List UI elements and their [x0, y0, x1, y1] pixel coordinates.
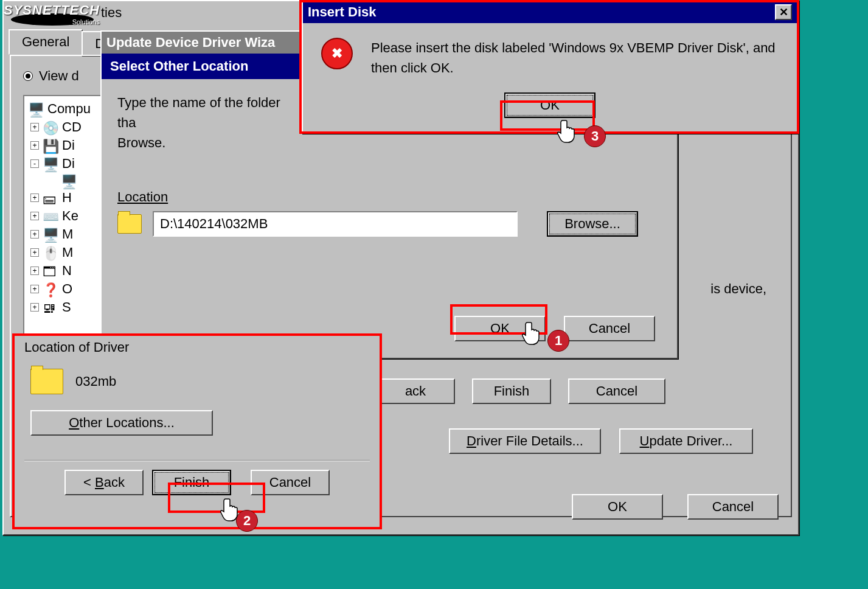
driver-cancel-button[interactable]: Cancel [251, 470, 330, 495]
expand-icon[interactable]: + [30, 212, 39, 220]
tree-label[interactable]: Di [62, 138, 75, 153]
help-icon: ❓ [43, 282, 58, 296]
expand-icon[interactable]: + [30, 267, 39, 275]
tree-label[interactable]: N [62, 263, 72, 279]
insert-disk-titlebar[interactable]: Insert Disk ✕ [303, 1, 797, 23]
driver-file-details-button[interactable]: Driver File Details... [449, 428, 601, 454]
expand-icon[interactable]: - [30, 159, 39, 168]
kbd-icon: ⌨️ [43, 209, 58, 223]
location-label: Location [117, 189, 168, 204]
insert-disk-message: Please insert the disk labeled 'Windows … [371, 38, 779, 78]
tree-label[interactable]: S [62, 299, 71, 315]
expand-icon[interactable]: + [30, 248, 39, 257]
finish-button-bg[interactable]: Finish [472, 378, 551, 404]
tree-label[interactable]: CD [62, 119, 82, 135]
wizard-cancel-button[interactable]: Cancel [564, 316, 655, 341]
hdd-icon: 🖴 [43, 191, 58, 204]
driver-location-title: Location of Driver [24, 340, 370, 355]
expand-icon[interactable]: + [30, 230, 39, 239]
properties-ok-button[interactable]: OK [572, 494, 663, 520]
tree-label[interactable]: Ke [62, 208, 78, 224]
annotation-badge-2: 2 [236, 510, 258, 532]
cancel-button-bg[interactable]: Cancel [568, 378, 665, 404]
view-radio[interactable] [23, 71, 33, 81]
tree-label[interactable]: M [62, 245, 73, 260]
net-icon: 🗔 [43, 264, 58, 277]
annotation-badge-1: 1 [547, 330, 569, 352]
device-text: is device, [710, 281, 766, 297]
annotation-badge-3: 3 [584, 125, 606, 147]
tree-label[interactable]: Di [62, 156, 75, 172]
tab-general[interactable]: General [9, 29, 83, 55]
expand-icon[interactable]: + [30, 193, 39, 202]
tree-label[interactable]: O [62, 281, 72, 297]
tree-label[interactable]: H [62, 190, 72, 206]
display-icon: 🖥️ [61, 174, 77, 187]
driver-finish-button[interactable]: Finish [152, 470, 231, 495]
location-input[interactable] [153, 211, 518, 237]
insert-disk-ok-button[interactable]: OK [504, 92, 595, 118]
driver-back-button[interactable]: < Back [64, 470, 144, 495]
device-tree[interactable]: 🖥️Compu +💿CD+💾Di-🖥️Di🖥️+🖴H+⌨️Ke+🖥️M+🖱️M+… [23, 95, 102, 338]
error-icon: ✖ [321, 38, 353, 69]
disk-icon: 💾 [43, 139, 58, 152]
close-icon[interactable]: ✕ [775, 4, 792, 20]
other-locations-button[interactable]: Other Locations... [30, 410, 213, 436]
computer-icon: 🖥️ [28, 102, 44, 116]
sys-icon: 🖳 [43, 301, 58, 314]
cd-icon: 💿 [43, 120, 58, 134]
insert-disk-dialog: Insert Disk ✕ ✖ Please insert the disk l… [302, 0, 798, 134]
expand-icon[interactable]: + [30, 123, 39, 131]
display-icon: 🖥️ [43, 228, 58, 241]
expand-icon[interactable]: + [30, 141, 39, 150]
display-icon: 🖥️ [43, 157, 58, 170]
driver-folder-name: 032mb [75, 374, 116, 389]
folder-icon [30, 369, 63, 394]
back-button-bg[interactable]: ack [376, 378, 455, 404]
tree-label[interactable]: M [62, 226, 73, 242]
update-driver-button[interactable]: Update Driver... [619, 428, 753, 454]
browse-button[interactable]: Browse... [547, 211, 638, 237]
properties-cancel-button[interactable]: Cancel [687, 494, 779, 520]
wizard-ok-button[interactable]: OK [454, 316, 546, 341]
mouse-icon: 🖱️ [43, 246, 58, 259]
folder-icon [117, 214, 142, 234]
expand-icon[interactable]: + [30, 285, 39, 293]
wizard-instruction: Type the name of the folder thaBrowse. [117, 92, 300, 153]
expand-icon[interactable]: + [30, 303, 39, 312]
watermark-logo: SYSNETTECH Solutions [4, 2, 100, 26]
driver-location-panel: Location of Driver 032mb Other Locations… [13, 333, 381, 528]
view-label: View d [39, 68, 79, 84]
